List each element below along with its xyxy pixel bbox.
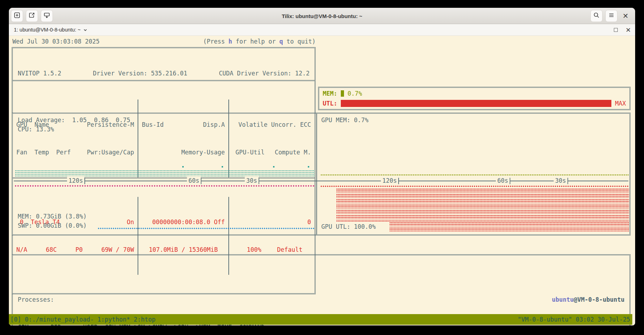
mem-gauge-value: 0.7% (348, 89, 362, 98)
host-user: ubuntu (552, 296, 573, 303)
cpu-graph-spike (308, 166, 309, 168)
cpu-graph-spike (222, 166, 223, 168)
swp-usage-graph (98, 228, 315, 229)
cuda-version: CUDA Driver Version: 12.2 (219, 69, 310, 78)
cpu-percent-text: CPU: 13.3% (18, 125, 54, 134)
utl-gauge-bar (341, 100, 611, 107)
gpu-utl-gauge: UTL: MAX (323, 99, 626, 108)
mem-gauge-label: MEM: (323, 89, 337, 98)
terminal-close-icon[interactable]: ✕ (626, 27, 631, 33)
axis-label-30s-right: 30s (554, 176, 567, 185)
gpu-perf: P0 (76, 245, 83, 254)
terminal-screen[interactable]: Wed Jul 30 03:03:08 2025 (Press h for he… (9, 36, 635, 325)
search-button[interactable] (590, 10, 603, 22)
gpu-mem-graph (321, 174, 629, 176)
nvitop-header-row: Wed Jul 30 03:03:08 2025 (Press h for he… (12, 37, 316, 46)
tab-session-1[interactable]: 1: ubuntu@VM-0-8-ubuntu: ~ (14, 27, 80, 33)
gpu-gauges-panel: MEM: 0.7% UTL: MAX (318, 87, 631, 110)
hamburger-icon (608, 12, 615, 20)
host-name: @VM-0-8-ubuntu (574, 296, 624, 303)
tmux-windows-list[interactable]: [0] 0:./minute_payload- 1:python* 2:htop (10, 315, 155, 324)
gpu-utl-text: GPU UTL: 100.0% (321, 222, 376, 231)
search-icon (593, 12, 600, 20)
title-bar: Tilix: ubuntu@VM-0-8-ubuntu: ~ ✕ (9, 8, 635, 24)
panel-divider (316, 114, 317, 234)
gpu-memory-usage: 107.0MiB / 15360MiB (149, 245, 218, 254)
axis-label-60s: 60s (187, 176, 201, 185)
menu-button[interactable] (605, 10, 617, 22)
help-key-h: h (228, 38, 232, 45)
time-axis: 120s 60s 30s 120s 60s 30s (14, 178, 628, 184)
axis-label-60s-right: 60s (496, 176, 510, 185)
tilix-window: Tilix: ubuntu@VM-0-8-ubuntu: ~ ✕ 1: ubun… (9, 8, 635, 325)
load-average-text: Load Average: 1.05 0.86 0.75 (18, 115, 130, 125)
mem-usage-graph (15, 185, 315, 187)
axis-label-120s: 120s (67, 176, 84, 185)
gpu-mem-text: GPU MEM: 0.7% (321, 115, 368, 125)
window-title: Tilix: ubuntu@VM-0-8-ubuntu: ~ (9, 8, 635, 24)
tmux-status-bar: [0] 0:./minute_payload- 1:python* 2:htop… (9, 314, 632, 325)
cpu-usage-graph (15, 170, 315, 176)
gpu-utl-graph-block-bottom (389, 222, 629, 233)
host-badge: ubuntu@VM-0-8-ubuntu (552, 295, 624, 304)
utl-gauge-max: MAX (615, 99, 626, 108)
gpu-util: 100% (247, 245, 261, 254)
driver-version: Driver Version: 535.216.01 (93, 69, 187, 78)
nvitop-version: NVITOP 1.5.2 (18, 69, 61, 78)
nvitop-version-row: NVITOP 1.5.2 Driver Version: 535.216.01 … (13, 67, 315, 81)
chevron-down-icon[interactable] (83, 28, 88, 32)
axis-label-120s-right: 120s (381, 176, 398, 185)
help-hint: (Press h for help or q to quit) (203, 37, 316, 46)
help-key-q: q (279, 38, 283, 45)
tab-bar: 1: ubuntu@VM-0-8-ubuntu: ~ ✕ (9, 24, 635, 36)
tmux-host-clock: "VM-0-8-ubuntu" 03:02 30-Jul-25 (518, 315, 630, 324)
gpu-utl-graph-top (321, 186, 629, 187)
mem-gauge-bar (341, 90, 344, 97)
gpu-temp: 68C (46, 245, 57, 254)
axis-label-30s: 30s (245, 176, 259, 185)
terminal-maximize-icon[interactable] (614, 28, 618, 32)
window-close-button[interactable]: ✕ (620, 10, 632, 22)
gpu-mem-gauge: MEM: 0.7% (323, 89, 626, 98)
processes-title: Processes: (18, 295, 54, 304)
gpu-compute-mode: Default (277, 245, 302, 254)
history-graphs-panel: Load Average: 1.05 0.86 0.75 CPU: 13.3% … (12, 113, 631, 235)
gpu-utl-graph-block (336, 188, 629, 222)
gpu-power: 69W / 70W (101, 245, 134, 254)
utl-gauge-label: UTL: (323, 99, 337, 108)
close-icon: ✕ (623, 12, 629, 20)
cpu-graph-spike (273, 166, 274, 168)
datetime-text: Wed Jul 30 03:03:08 2025 (12, 37, 100, 46)
time-axis-line (14, 181, 628, 181)
cpu-graph-spike (182, 166, 184, 168)
